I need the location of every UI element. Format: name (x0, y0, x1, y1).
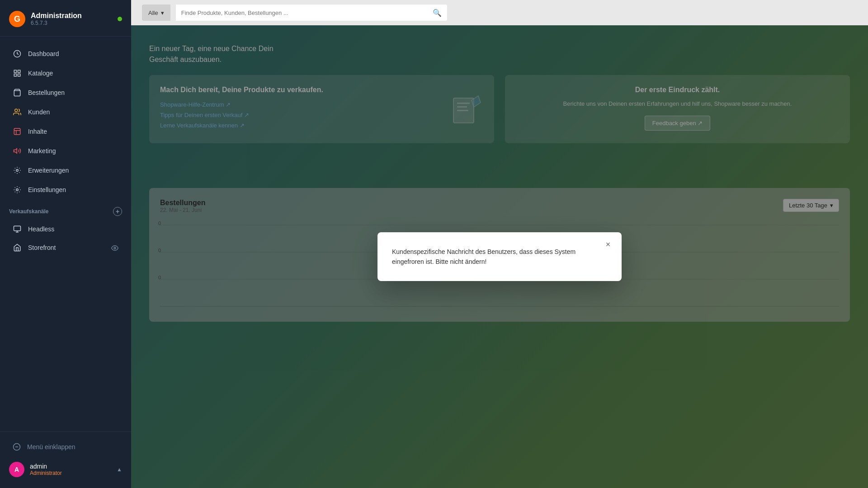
topbar: Alle ▾ 🔍 (131, 0, 868, 25)
dashboard-icon (13, 49, 22, 58)
sidebar-item-label: Einstellungen (28, 186, 66, 193)
sidebar-item-erweiterungen[interactable]: Erweiterungen (4, 161, 127, 180)
collapse-icon (13, 443, 21, 451)
sidebar: G Administration 6.5.7.3 Dashboard (0, 0, 131, 488)
chevron-up-icon: ▲ (117, 466, 122, 473)
modal-close-button[interactable]: × (602, 239, 614, 251)
svg-rect-1 (14, 70, 16, 72)
content-icon (13, 127, 22, 136)
collapse-menu-button[interactable]: Menü einklappen (4, 438, 127, 456)
catalog-icon (13, 69, 22, 78)
extensions-icon (13, 166, 22, 175)
orders-icon (13, 88, 22, 97)
settings-icon (13, 185, 22, 194)
user-area[interactable]: A admin Administrator ▲ (0, 456, 131, 483)
logo-area: G Administration 6.5.7.3 (9, 11, 82, 27)
sidebar-item-einstellungen[interactable]: Einstellungen (4, 180, 127, 199)
sidebar-item-label: Headless (28, 225, 54, 233)
verkaufskanaele-label: Verkaufskanäle (9, 208, 48, 215)
app-version: 6.5.7.3 (31, 20, 82, 26)
avatar: A (9, 462, 24, 477)
search-filter-button[interactable]: Alle ▾ (142, 5, 170, 21)
user-info: A admin Administrator (9, 462, 62, 477)
verkaufskanaele-section: Verkaufskanäle + (0, 200, 131, 220)
sidebar-item-label: Inhalte (28, 128, 47, 135)
sidebar-item-headless[interactable]: Headless (4, 220, 127, 238)
modal-message: Kundenspezifische Nachricht des Benutzer… (392, 247, 607, 267)
user-role: Administrator (30, 470, 62, 476)
marketing-icon (13, 146, 22, 155)
storefront-icon (13, 243, 22, 252)
sidebar-item-label: Kunden (28, 108, 50, 116)
app-logo: G (9, 11, 25, 27)
chevron-down-icon: ▾ (161, 9, 164, 16)
sidebar-item-label: Bestellungen (28, 89, 65, 96)
main-content: Alle ▾ 🔍 Ein neuer Tag, eine neue Chance… (131, 0, 868, 488)
filter-label: Alle (148, 9, 158, 16)
status-dot (118, 17, 122, 21)
sidebar-item-dashboard[interactable]: Dashboard (4, 44, 127, 63)
svg-rect-13 (14, 226, 21, 231)
add-verkaufskanal-button[interactable]: + (113, 207, 122, 216)
sidebar-item-label: Storefront (28, 244, 56, 251)
search-button[interactable]: 🔍 (433, 9, 442, 17)
svg-point-12 (16, 189, 19, 191)
svg-point-11 (16, 169, 19, 172)
user-details: admin Administrator (30, 463, 62, 476)
sidebar-item-label: Kataloge (28, 70, 53, 77)
svg-rect-4 (18, 74, 20, 76)
svg-point-6 (15, 109, 18, 112)
sidebar-bottom: Menü einklappen A admin Administrator ▲ (0, 432, 131, 488)
main-nav: Dashboard Kataloge Bestellungen (0, 37, 131, 432)
modal-dialog: × Kundenspezifische Nachricht des Benutz… (377, 232, 622, 282)
search-input[interactable] (181, 9, 433, 16)
user-name: admin (30, 463, 62, 470)
sidebar-item-bestellungen[interactable]: Bestellungen (4, 83, 127, 102)
sidebar-item-storefront[interactable]: Storefront (4, 239, 127, 257)
sidebar-item-marketing[interactable]: Marketing (4, 141, 127, 160)
svg-rect-2 (18, 70, 20, 72)
modal-overlay: × Kundenspezifische Nachricht des Benutz… (131, 25, 868, 488)
search-bar: 🔍 (176, 5, 447, 21)
sidebar-item-kunden[interactable]: Kunden (4, 103, 127, 122)
svg-rect-7 (14, 128, 20, 135)
headless-icon (13, 225, 22, 234)
eye-icon (111, 244, 118, 251)
app-title-block: Administration 6.5.7.3 (31, 12, 82, 26)
app-name: Administration (31, 12, 82, 20)
sidebar-item-label: Erweiterungen (28, 167, 69, 174)
collapse-label: Menü einklappen (27, 443, 75, 450)
sidebar-item-kataloge[interactable]: Kataloge (4, 64, 127, 83)
svg-rect-3 (14, 74, 16, 76)
svg-marker-10 (14, 149, 17, 154)
sidebar-item-label: Dashboard (28, 50, 59, 57)
sidebar-item-inhalte[interactable]: Inhalte (4, 122, 127, 141)
customers-icon (13, 108, 22, 117)
svg-point-16 (114, 247, 116, 249)
content-area: Ein neuer Tag, eine neue Chance Dein Ges… (131, 25, 868, 488)
sidebar-header: G Administration 6.5.7.3 (0, 0, 131, 37)
sidebar-item-label: Marketing (28, 147, 56, 155)
